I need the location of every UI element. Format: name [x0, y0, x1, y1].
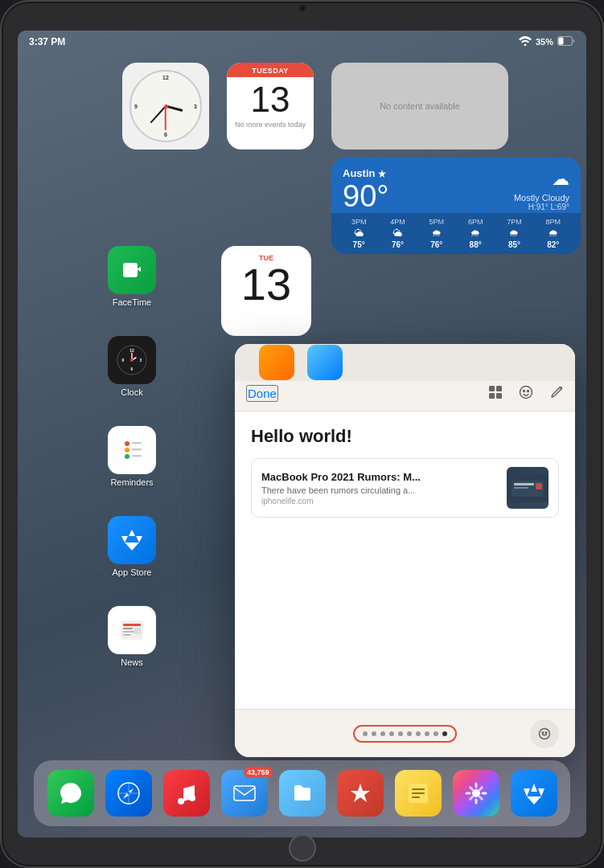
- notes-link-desc: There have been rumors circulating a...: [261, 485, 497, 495]
- page-dot-10: [442, 731, 447, 736]
- svg-rect-46: [234, 786, 255, 800]
- weather-hourly: 3PM 🌥 75° 4PM 🌥 76° 5PM 🌧 76° 6PM 🌧: [331, 213, 581, 254]
- svg-rect-25: [489, 386, 495, 391]
- dock: 43,759: [34, 760, 570, 826]
- weather-cloud-icon: ☁: [514, 169, 569, 190]
- weather-hour-2: 4PM 🌥 76°: [390, 218, 405, 249]
- svg-point-14: [125, 448, 129, 452]
- cal-date: 13: [227, 77, 314, 117]
- clock-app-icon: 12 3 6 9: [108, 336, 156, 384]
- svg-rect-24: [134, 628, 141, 634]
- popup-mini-icon-2: [307, 345, 343, 380]
- notes-bottom-bar: [235, 709, 575, 757]
- page-dot-5: [398, 731, 403, 736]
- dock-files[interactable]: [279, 770, 326, 817]
- news-label: News: [121, 657, 143, 667]
- home-button[interactable]: [289, 834, 316, 862]
- status-right: 35%: [519, 35, 575, 49]
- mail-badge: 43,759: [244, 767, 273, 778]
- weather-hour-3: 5PM 🌧 76°: [429, 218, 445, 249]
- calendar-widget-bottom[interactable]: TUE 13: [221, 246, 311, 336]
- svg-rect-20: [123, 624, 141, 626]
- appstore-icon: [108, 516, 156, 564]
- reminders-icon: [108, 426, 156, 474]
- notes-title: Hello world!: [251, 426, 559, 447]
- appstore-app[interactable]: App Store: [108, 516, 156, 577]
- notes-link-card[interactable]: MacBook Pro 2021 Rumors: M... There have…: [251, 458, 559, 518]
- grid-view-icon[interactable]: [488, 385, 503, 403]
- svg-rect-2: [559, 38, 564, 45]
- svg-rect-16: [132, 442, 142, 444]
- cal-note: No more events today: [227, 117, 314, 133]
- weather-right: ☁ Mostly Cloudy H:91° L:69°: [514, 169, 569, 211]
- emoji-icon[interactable]: [519, 385, 533, 403]
- svg-text:6: 6: [131, 366, 134, 371]
- svg-point-43: [127, 792, 130, 795]
- svg-text:3: 3: [140, 358, 142, 362]
- svg-rect-34: [514, 483, 534, 485]
- battery-text: 35%: [536, 37, 553, 47]
- svg-point-15: [125, 454, 129, 459]
- facetime-app[interactable]: FaceTime: [108, 246, 156, 307]
- popup-mini-icon-1: [259, 345, 294, 380]
- weather-hour-1: 3PM 🌥 75°: [351, 218, 367, 249]
- svg-rect-23: [123, 634, 131, 636]
- screen: 3:37 PM 35%: [18, 31, 586, 837]
- news-app[interactable]: News: [108, 606, 156, 667]
- clock-second-hand: [165, 106, 166, 130]
- svg-point-0: [524, 44, 526, 47]
- svg-rect-28: [496, 393, 502, 399]
- svg-rect-35: [514, 487, 528, 489]
- svg-point-12: [130, 358, 134, 362]
- news-icon: [108, 606, 156, 654]
- clock-app[interactable]: 12 3 6 9 Clock: [108, 336, 156, 397]
- dock-appstore[interactable]: [511, 770, 557, 817]
- clock-widget[interactable]: 12 3 6 9: [122, 63, 209, 149]
- notes-content: Hello world! MacBook Pro 2021 Rumors: M.…: [235, 411, 575, 709]
- clock-minute-hand: [150, 105, 166, 123]
- page-dot-1: [363, 731, 368, 736]
- notes-toolbar: Done: [235, 376, 575, 411]
- weather-hour-4: 6PM 🌧 88°: [468, 218, 483, 249]
- facetime-label: FaceTime: [113, 297, 152, 307]
- page-dots-container: [353, 725, 457, 743]
- weather-hl: H:91° L:69°: [514, 203, 569, 211]
- dock-safari[interactable]: [105, 770, 152, 817]
- notes-done-button[interactable]: Done: [246, 385, 278, 402]
- clock-label: Clock: [121, 387, 143, 397]
- page-dot-8: [425, 731, 429, 736]
- reminders-app[interactable]: Reminders: [108, 426, 156, 487]
- svg-rect-36: [536, 483, 542, 489]
- notes-popup: Done: [235, 344, 575, 757]
- clock-6: 6: [164, 132, 167, 137]
- clock-9: 9: [134, 104, 138, 109]
- svg-rect-27: [489, 393, 495, 399]
- svg-point-45: [189, 795, 195, 801]
- notes-link-thumbnail: [507, 467, 549, 509]
- dock-photos[interactable]: [453, 770, 499, 817]
- calendar-widget-top[interactable]: TUESDAY 13 No more events today: [227, 63, 314, 149]
- page-dot-9: [433, 731, 438, 736]
- dock-mail[interactable]: 43,759: [221, 770, 268, 817]
- weather-widget[interactable]: Austin 90° ☁ Mostly Cloudy H:91° L:69° 3…: [331, 158, 581, 254]
- svg-text:9: 9: [122, 358, 125, 362]
- svg-point-29: [520, 386, 532, 398]
- notes-compose-button[interactable]: [530, 719, 559, 748]
- page-dot-7: [416, 731, 421, 736]
- dock-music[interactable]: [163, 770, 210, 817]
- dock-notes[interactable]: [395, 770, 442, 817]
- svg-rect-17: [132, 448, 142, 451]
- svg-rect-18: [132, 455, 142, 457]
- battery-icon: [557, 35, 575, 49]
- photo-widget[interactable]: No content available: [331, 63, 508, 149]
- svg-point-38: [542, 731, 544, 733]
- svg-point-37: [540, 728, 550, 739]
- ipad-frame: 3:37 PM 35%: [0, 0, 604, 868]
- dock-spark[interactable]: [337, 770, 384, 817]
- cal2-date: 13: [241, 262, 291, 307]
- svg-point-39: [545, 731, 547, 733]
- clock-hour-hand: [166, 105, 183, 113]
- compose-icon[interactable]: [549, 385, 564, 403]
- weather-condition: Mostly Cloudy: [514, 193, 569, 203]
- dock-messages[interactable]: [47, 770, 94, 817]
